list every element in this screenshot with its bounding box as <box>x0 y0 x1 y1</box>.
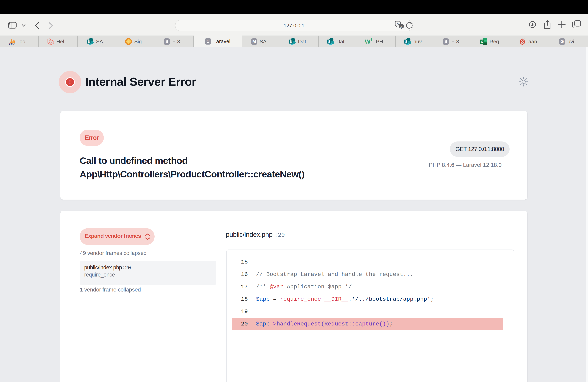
svg-text:S: S <box>88 40 90 43</box>
svg-text:X: X <box>481 40 483 44</box>
svg-text:S: S <box>290 40 292 43</box>
svg-text:3: 3 <box>371 38 372 41</box>
svg-text:S: S <box>328 40 330 43</box>
svg-text:PMA: PMA <box>9 42 15 45</box>
svg-text:W: W <box>365 38 371 45</box>
svg-text:A: A <box>397 22 399 26</box>
svg-text:S: S <box>405 40 407 43</box>
svg-text:x: x <box>400 25 402 28</box>
